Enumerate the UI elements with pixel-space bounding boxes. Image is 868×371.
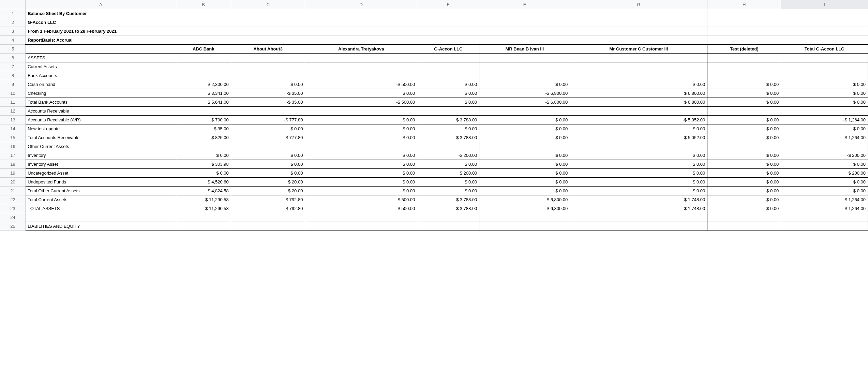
col-header-E[interactable]: E	[417, 0, 479, 9]
account-label[interactable]: Other Current Assets	[26, 142, 176, 151]
cell-value[interactable]	[305, 222, 417, 231]
cell-value[interactable]	[570, 213, 707, 222]
cell-value[interactable]	[570, 107, 707, 116]
cell[interactable]	[417, 27, 479, 36]
row-number[interactable]: 14	[0, 124, 26, 133]
report-period[interactable]: From 1 February 2021 to 28 February 2021	[26, 27, 176, 36]
cell-value[interactable]	[417, 222, 479, 231]
cell-value[interactable]: $ 0.00	[305, 116, 417, 124]
row-number[interactable]: 6	[0, 54, 26, 62]
cell-value[interactable]	[176, 62, 231, 71]
cell-value[interactable]	[176, 222, 231, 231]
cell-value[interactable]	[570, 71, 707, 80]
cell[interactable]	[781, 18, 868, 27]
cell-value[interactable]	[781, 54, 868, 62]
cell[interactable]	[176, 18, 231, 27]
cell-value[interactable]: $ 0.00	[417, 80, 479, 89]
cell-value[interactable]: $ 0.00	[231, 160, 305, 169]
cell[interactable]	[231, 36, 305, 45]
cell[interactable]	[707, 36, 781, 45]
cell-value[interactable]: $ 0.00	[305, 124, 417, 133]
cell-value[interactable]: -$ 200.00	[781, 151, 868, 160]
col-header-A[interactable]: A	[26, 0, 176, 9]
cell-value[interactable]	[479, 54, 570, 62]
cell-value[interactable]: $ 0.00	[479, 187, 570, 195]
cell-value[interactable]: -$ 1,264.00	[781, 204, 868, 213]
row-number[interactable]: 18	[0, 160, 26, 169]
cell[interactable]	[176, 36, 231, 45]
cell-value[interactable]	[707, 213, 781, 222]
cell[interactable]	[305, 9, 417, 18]
cell-value[interactable]: $ 0.00	[305, 178, 417, 187]
row-number[interactable]: 17	[0, 151, 26, 160]
cell-value[interactable]: $ 0.00	[781, 160, 868, 169]
account-label[interactable]: Cash on hand	[26, 80, 176, 89]
cell-value[interactable]: -$ 35.00	[231, 89, 305, 98]
customer-header[interactable]: MR Bean B Ivan III	[479, 45, 570, 54]
cell-value[interactable]: $ 0.00	[707, 133, 781, 142]
cell-value[interactable]	[417, 71, 479, 80]
cell-value[interactable]: $ 6,800.00	[570, 89, 707, 98]
cell-value[interactable]: $ 0.00	[570, 187, 707, 195]
cell-value[interactable]: $ 0.00	[231, 151, 305, 160]
cell-value[interactable]	[479, 62, 570, 71]
cell-value[interactable]	[176, 107, 231, 116]
cell-value[interactable]: $ 0.00	[417, 187, 479, 195]
cell-value[interactable]: -$ 200.00	[417, 151, 479, 160]
cell-value[interactable]: $ 3,788.00	[417, 195, 479, 204]
cell-value[interactable]	[305, 213, 417, 222]
cell-value[interactable]: $ 0.00	[707, 204, 781, 213]
cell-value[interactable]: $ 3,341.00	[176, 89, 231, 98]
cell[interactable]	[707, 18, 781, 27]
row-number[interactable]: 3	[0, 27, 26, 36]
cell-value[interactable]: $ 0.00	[781, 124, 868, 133]
cell-value[interactable]	[479, 142, 570, 151]
cell-value[interactable]	[176, 71, 231, 80]
cell-value[interactable]	[417, 62, 479, 71]
account-label[interactable]: TOTAL ASSETS	[26, 204, 176, 213]
col-header-D[interactable]: D	[305, 0, 417, 9]
cell[interactable]	[479, 36, 570, 45]
customer-header[interactable]: About About3	[231, 45, 305, 54]
row-number[interactable]: 12	[0, 107, 26, 116]
cell-value[interactable]: $ 0.00	[707, 116, 781, 124]
cell-value[interactable]: $ 200.00	[781, 169, 868, 178]
cell-value[interactable]	[305, 107, 417, 116]
cell-value[interactable]: -$ 5,052.00	[570, 133, 707, 142]
cell-value[interactable]: $ 0.00	[479, 116, 570, 124]
cell-value[interactable]: -$ 792.80	[231, 195, 305, 204]
account-label[interactable]: Bank Accounts	[26, 71, 176, 80]
cell-value[interactable]	[781, 222, 868, 231]
cell[interactable]	[305, 18, 417, 27]
account-label[interactable]: Checking	[26, 89, 176, 98]
cell-value[interactable]: $ 0.00	[707, 169, 781, 178]
cell-value[interactable]: $ 0.00	[305, 151, 417, 160]
cell-value[interactable]: $ 0.00	[305, 160, 417, 169]
cell-value[interactable]: -$ 35.00	[231, 98, 305, 107]
cell-value[interactable]	[231, 142, 305, 151]
cell-value[interactable]: $ 4,824.58	[176, 187, 231, 195]
row-number[interactable]: 15	[0, 133, 26, 142]
select-all-corner[interactable]	[0, 0, 26, 9]
cell[interactable]	[570, 18, 707, 27]
row-number[interactable]: 7	[0, 62, 26, 71]
cell-value[interactable]: $ 5,641.00	[176, 98, 231, 107]
account-label[interactable]: New test update	[26, 124, 176, 133]
account-label[interactable]: Inventory Asset	[26, 160, 176, 169]
cell-value[interactable]	[570, 142, 707, 151]
cell[interactable]	[26, 45, 176, 54]
account-label[interactable]: Current Assets	[26, 62, 176, 71]
cell-value[interactable]	[305, 62, 417, 71]
customer-header[interactable]: Mr Customer C Customer III	[570, 45, 707, 54]
cell-value[interactable]: -$ 500.00	[305, 98, 417, 107]
cell-value[interactable]: $ 0.00	[305, 187, 417, 195]
cell-value[interactable]	[570, 54, 707, 62]
cell-value[interactable]: -$ 500.00	[305, 80, 417, 89]
cell-value[interactable]: $ 0.00	[479, 133, 570, 142]
cell-value[interactable]: $ 0.00	[305, 169, 417, 178]
cell[interactable]	[781, 27, 868, 36]
col-header-B[interactable]: B	[176, 0, 231, 9]
cell-value[interactable]: -$ 1,264.00	[781, 133, 868, 142]
cell-value[interactable]: $ 0.00	[570, 124, 707, 133]
cell-value[interactable]: -$ 500.00	[305, 195, 417, 204]
